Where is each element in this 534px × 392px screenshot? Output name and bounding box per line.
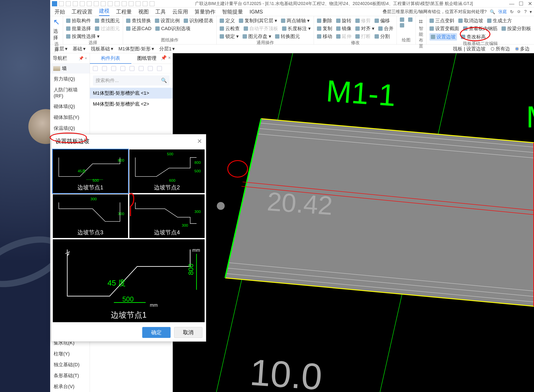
view-slab-rebar-button[interactable]: 查看板内钢筋 [463,25,497,32]
batch-select-button[interactable]: 批量选择 [66,25,91,32]
slope-node-3-thumb[interactable]: 300 300 边坡节点3 [53,194,128,238]
split-by-beam-button[interactable]: 按梁分割板 [501,25,531,32]
component-item[interactable]: M4体型图-矩形槽护底 <2> [90,99,172,109]
point-button[interactable] [400,18,404,22]
tab-modeling[interactable]: 建模 [99,7,110,16]
qat-icon[interactable] [87,1,92,6]
mirror-button[interactable]: 镜像 [336,25,351,32]
chevron-down-icon[interactable]: ▾ [530,9,532,14]
sort2-icon[interactable] [139,66,144,71]
more-draw-icon[interactable] [408,18,413,22]
component-item[interactable]: M1体型图-矩形槽护底 <1> [90,88,172,99]
dialog-close-button[interactable]: ✕ [197,138,202,145]
layer-icon[interactable] [121,66,125,71]
rotate-button[interactable]: 旋转 [336,18,351,24]
copy-to-floor-button[interactable]: 复制到其它层▾ [239,18,277,24]
maximize-button[interactable]: ☐ [519,1,524,7]
line-button[interactable] [400,23,404,28]
tab-quantity[interactable]: 工程量 [116,8,132,15]
copy-icon[interactable] [102,66,107,71]
offset-button[interactable]: 偏移 [375,18,390,24]
cloud-check-button[interactable]: 云检查 [220,25,240,32]
nav-item[interactable]: 条形基础(T) [50,370,90,381]
split-button[interactable]: 分割 [375,33,390,40]
component-search[interactable]: 搜索构件... 🔍 [93,75,169,85]
nav-category-wall[interactable]: 墙 [50,64,90,74]
tab-igms[interactable]: IGMS [250,9,263,15]
nav-item[interactable]: 独立基础(D) [50,359,90,370]
subcategory-dropdown[interactable]: 筏板基础 ▾ [91,46,113,52]
radio-all-edges[interactable]: 所有边 [491,46,510,52]
set-scale-button[interactable]: 设置比例 [155,18,180,24]
qat-icon[interactable] [108,1,112,6]
minimize-button[interactable]: — [509,1,514,7]
slope-node-large-preview[interactable]: 45 度 500 mm 800 mm 边坡节点1 [53,239,205,322]
tab-component-list[interactable]: 构件列表 [90,53,131,64]
save-element-button[interactable]: 图元存盘▾ [243,33,271,40]
delete-button[interactable]: 删除 [317,18,332,24]
length-dim-button[interactable]: 长度标注▾ [282,25,311,32]
qat-icon[interactable] [59,1,64,6]
component-dropdown[interactable]: M1体型图-矩形 ▾ [118,46,154,52]
slope-node-2-thumb[interactable]: 500 600 800 500 边坡节点2 [129,149,205,193]
nav-item[interactable]: 保温墙(Q) [50,123,90,134]
tab-tools[interactable]: 工具 [155,8,166,15]
restore-cad-button[interactable]: 还原CAD [126,25,151,32]
select-button[interactable]: 选择 [53,28,60,41]
qat-icon[interactable] [136,1,140,6]
cad-options-button[interactable]: CAD识别选项 [155,25,190,32]
refresh-icon[interactable]: ↻ [510,9,514,14]
qat-icon[interactable] [94,1,99,6]
copy-button[interactable]: 复制 [317,25,332,32]
define-button[interactable]: 定义 [220,18,235,24]
user-label[interactable]: 张庭 [498,9,507,15]
drawing-canvas[interactable]: M1-1 M 20.42 10.0 [173,53,534,392]
grid-icon[interactable] [157,66,162,71]
qat-icon[interactable] [122,1,126,6]
tab-start[interactable]: 开始 [55,8,65,15]
tab-cloud[interactable]: 云应用 [172,8,188,15]
align-button[interactable]: 对齐▾ [355,25,374,32]
nav-item[interactable]: 剪力墙(Q) [50,74,90,84]
settings-icon[interactable]: ⛭ [517,9,521,14]
lock-button[interactable]: 锁定▾ [220,33,239,40]
nav-item[interactable]: 柱墩(Y) [50,348,90,359]
pin-icon[interactable]: 📌 × [161,55,171,61]
radio-multi-edges[interactable]: 多边 [515,46,530,52]
smart-layout-icon[interactable]: ⌗ [419,18,423,26]
find-element-button[interactable]: 查找图元 [95,18,120,24]
gen-earthwork-button[interactable]: 生成土方 [487,18,512,24]
slope-node-1-thumb[interactable]: 45度 500 800 边坡节点1 [53,149,128,193]
cursor-icon[interactable]: ↖ [53,18,60,27]
sort-icon[interactable] [130,66,134,71]
qat-icon[interactable] [66,1,71,6]
find-replace-button[interactable]: 查找替换 [126,18,151,24]
cancel-button[interactable]: 取消 [174,327,202,338]
delete-icon[interactable] [111,66,116,71]
cancel-slope-button[interactable]: 取消边坡 [458,18,483,24]
qat-icon[interactable] [129,1,134,6]
category-dropdown[interactable]: 基础 ▾ [73,46,85,52]
qat-icon[interactable] [150,1,154,6]
move-button[interactable]: 移动 [317,33,332,40]
pin-icon[interactable]: 📌 × [79,56,87,61]
tab-collab[interactable]: 算量协作 [195,8,215,15]
help-prompt[interactable]: 叠层三维显示图元/轴网有错位，位置不对应如何处理? [383,9,487,15]
tab-drawing-manage[interactable]: 图纸管理📌 × [131,53,173,64]
pick-component-button[interactable]: 拾取构件 [66,18,91,24]
two-point-axis-button[interactable]: 两点辅轴▾ [281,18,310,24]
convert-element-button[interactable]: 转换图元 [275,33,300,40]
identify-floor-table-button[interactable]: 识别楼层表 [184,18,213,24]
select-by-prop-button[interactable]: 按属性选择▾ [66,33,99,40]
merge-button[interactable]: 合并 [378,25,394,32]
set-variable-section-button[interactable]: 设置变截面 [430,25,459,32]
nav-item[interactable]: 桩承台(V) [50,381,90,392]
set-slope-button[interactable]: 设置边坡 [430,33,457,41]
qat-icon[interactable] [143,1,148,6]
search-icon[interactable]: 🔍 [490,9,495,14]
qat-icon[interactable] [73,1,78,6]
qat-icon[interactable] [115,1,120,6]
help-icon[interactable]: ? [524,9,527,14]
tab-project-settings[interactable]: 工程设置 [72,8,93,15]
ok-button[interactable]: 确定 [142,327,171,338]
